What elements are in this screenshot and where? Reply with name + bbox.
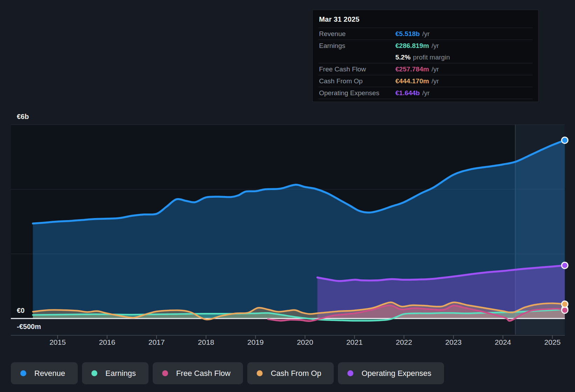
legend-item-cash-from-op[interactable]: Cash From Op [247, 362, 334, 384]
y-tick-label--0: €0 [17, 307, 25, 314]
tooltip-row-suffix: /yr [422, 30, 430, 38]
legend-dot-revenue [20, 370, 26, 376]
legend-item-revenue[interactable]: Revenue [11, 362, 78, 384]
legend-dot-operating-expenses [347, 370, 353, 376]
tooltip-row-label: Free Cash Flow [319, 65, 395, 73]
tooltip-row-profit-margin: 5.2%profit margin [318, 51, 533, 63]
legend-label: Revenue [34, 369, 65, 378]
tooltip-row-label: Operating Expenses [319, 89, 395, 97]
legend: RevenueEarningsFree Cash FlowCash From O… [11, 362, 444, 384]
tooltip-date: Mar 31 2025 [313, 10, 538, 28]
x-tick-label-2025: 2025 [544, 338, 561, 346]
tooltip-rows: Revenue€5.518b/yrEarnings€286.819m/yr5.2… [313, 28, 538, 99]
tooltip-row-value: €444.170m [395, 77, 429, 85]
free-cash-flow-end-marker[interactable] [562, 307, 568, 313]
x-tick-label-2018: 2018 [198, 338, 214, 346]
x-tick-label-2021: 2021 [346, 338, 363, 346]
operating-expenses-end-marker[interactable] [562, 262, 568, 268]
y-tick-label--6b: €6b [17, 113, 29, 120]
y-tick-label--500m: -€500m [17, 323, 41, 330]
revenue-end-marker[interactable] [562, 137, 568, 144]
x-tick-label-2024: 2024 [495, 338, 511, 346]
legend-item-free-cash-flow[interactable]: Free Cash Flow [153, 362, 243, 384]
legend-dot-free-cash-flow [162, 370, 168, 376]
x-tick-label-2020: 2020 [297, 338, 313, 346]
tooltip-row-value: €286.819m [395, 42, 429, 50]
tooltip-row-value: 5.2% [395, 54, 410, 61]
tooltip-row-cash-from-op: Cash From Op€444.170m/yr [318, 75, 533, 87]
legend-item-earnings[interactable]: Earnings [82, 362, 148, 384]
tooltip-row-suffix: /yr [422, 89, 430, 97]
tooltip-row-revenue: Revenue€5.518b/yr [318, 28, 533, 40]
tooltip-row-value: €257.784m [395, 65, 429, 73]
legend-label: Operating Expenses [361, 369, 431, 378]
x-tick-label-2016: 2016 [99, 338, 115, 346]
tooltip-row-suffix: /yr [431, 42, 439, 50]
tooltip-row-label: Earnings [319, 42, 395, 50]
tooltip-row-suffix: profit margin [413, 54, 450, 61]
tooltip-row-label: Revenue [319, 30, 395, 38]
legend-item-operating-expenses[interactable]: Operating Expenses [338, 362, 444, 384]
legend-label: Free Cash Flow [176, 369, 230, 378]
legend-dot-earnings [91, 370, 97, 376]
x-tick-label-2022: 2022 [396, 338, 412, 346]
tooltip-row-free-cash-flow: Free Cash Flow€257.784m/yr [318, 63, 533, 75]
x-tick-label-2015: 2015 [49, 338, 66, 346]
tooltip-row-value: €1.644b [395, 89, 420, 97]
tooltip-row-suffix: /yr [431, 65, 439, 73]
chart-canvas: 2015201620172018201920202021202220232024… [0, 0, 575, 392]
cash-from-op-end-marker[interactable] [562, 301, 568, 307]
legend-label: Cash From Op [271, 369, 321, 378]
legend-label: Earnings [105, 369, 136, 378]
tooltip-row-suffix: /yr [431, 77, 439, 85]
x-tick-label-2023: 2023 [445, 338, 462, 346]
x-tick-label-2019: 2019 [247, 338, 264, 346]
tooltip-row-label: Cash From Op [319, 77, 395, 85]
tooltip-row-earnings: Earnings€286.819m/yr [318, 40, 533, 51]
legend-dot-cash-from-op [257, 370, 263, 376]
tooltip-panel: Mar 31 2025 Revenue€5.518b/yrEarnings€28… [312, 10, 539, 102]
tooltip-row-value: €5.518b [395, 30, 420, 38]
tooltip-row-operating-expenses: Operating Expenses€1.644b/yr [318, 87, 533, 99]
x-tick-label-2017: 2017 [148, 338, 165, 346]
tooltip-bottom-divider [318, 99, 533, 99]
